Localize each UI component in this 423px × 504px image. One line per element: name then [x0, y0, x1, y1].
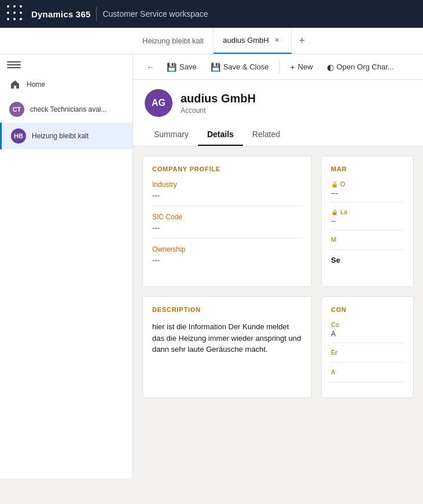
save-close-label: Save & Close: [223, 62, 269, 71]
toolbar: ← 💾 Save 💾 Save & Close + New ◐ Open Org…: [133, 54, 423, 80]
hamburger-menu[interactable]: [7, 61, 21, 68]
save-close-button[interactable]: 💾 Save & Close: [205, 60, 275, 75]
con-field1-value[interactable]: A: [331, 330, 404, 343]
tab-details[interactable]: Details: [198, 124, 243, 146]
back-button[interactable]: ←: [142, 59, 159, 75]
con-field3-value[interactable]: [331, 377, 404, 382]
industry-label: Industry: [152, 181, 302, 189]
marketing-panel: MAR 🔒 O --- 🔒 La -- M Se: [321, 156, 414, 287]
avatar-hb: HB: [11, 128, 26, 144]
tab-audius-label: audius GmbH: [223, 36, 268, 45]
new-button[interactable]: + New: [284, 60, 318, 75]
sidebar-ct-label: check Technicians avai...: [30, 105, 107, 113]
tab-audius[interactable]: audius GmbH ✕: [214, 28, 291, 54]
record-header-top: AG audius GmbH Account: [145, 89, 411, 117]
toolbar-separator: [279, 60, 279, 74]
ownership-value[interactable]: ---: [152, 256, 302, 270]
mar-field4-label: Se: [331, 256, 404, 264]
tab-related[interactable]: Related: [243, 124, 289, 146]
sic-code-value[interactable]: ---: [152, 223, 302, 238]
sic-code-label: SIC Code: [152, 213, 302, 221]
top-navigation: Dynamics 365 Customer Service workspace: [0, 0, 423, 28]
sidebar-hb-label: Heizung bleibt kalt: [32, 132, 89, 140]
con-field2-label: Er: [331, 349, 404, 356]
main-layout: Home CT check Technicians avai... HB Hei…: [0, 54, 423, 479]
open-org-chart-button[interactable]: ◐ Open Org Char...: [321, 60, 400, 75]
con-field1-label: Co: [331, 321, 404, 328]
mar-field3-value[interactable]: [331, 245, 404, 250]
description-text[interactable]: hier ist die Information Der Kunde melde…: [152, 321, 302, 355]
new-icon: +: [290, 62, 295, 72]
save-icon: 💾: [167, 62, 176, 72]
ownership-label: Ownership: [152, 245, 302, 253]
record-title: audius GmbH: [181, 92, 256, 105]
open-org-chart-label: Open Org Char...: [337, 62, 394, 71]
record-title-section: audius GmbH Account: [181, 92, 256, 115]
save-label: Save: [179, 62, 197, 71]
app-name: Customer Service workspace: [102, 9, 208, 19]
industry-value[interactable]: ---: [152, 191, 302, 206]
mar-field2-value[interactable]: --: [331, 217, 404, 230]
mar-field1-label: 🔒 O: [331, 181, 404, 187]
con-field2-value[interactable]: [331, 358, 404, 363]
lock-icon-2: 🔒: [331, 209, 338, 215]
org-chart-icon: ◐: [327, 62, 334, 72]
avatar-ct: CT: [9, 102, 24, 117]
content-area: ← 💾 Save 💾 Save & Close + New ◐ Open Org…: [133, 54, 423, 479]
panels-row-2: DESCRIPTION hier ist die Information Der…: [133, 296, 423, 407]
save-button[interactable]: 💾 Save: [161, 60, 203, 75]
contact-title: CON: [331, 306, 404, 313]
sidebar-item-hb[interactable]: HB Heizung bleibt kalt: [0, 123, 133, 149]
brand-name: Dynamics 365: [31, 9, 90, 19]
company-profile-panel: COMPANY PROFILE Industry --- SIC Code --…: [142, 156, 312, 287]
app-launcher-icon[interactable]: [7, 5, 24, 23]
home-icon: [9, 79, 21, 90]
lock-icon-1: 🔒: [331, 181, 338, 187]
sidebar-item-ct[interactable]: CT check Technicians avai...: [0, 96, 133, 123]
mar-field2-label: 🔒 La: [331, 208, 404, 215]
new-label: New: [298, 62, 313, 71]
sidebar: Home CT check Technicians avai... HB Hei…: [0, 54, 133, 479]
add-tab-button[interactable]: +: [292, 28, 312, 54]
nav-divider: [96, 7, 97, 21]
brand-section: Dynamics 365 Customer Service workspace: [31, 7, 208, 21]
con-field3-label: A: [331, 369, 404, 376]
tab-summary[interactable]: Summary: [145, 124, 198, 146]
sidebar-item-home[interactable]: Home: [0, 73, 133, 96]
marketing-title: MAR: [331, 165, 404, 172]
home-label: Home: [27, 80, 45, 89]
mar-field1-value[interactable]: ---: [331, 189, 404, 203]
mar-field3-label: M: [331, 236, 404, 243]
panels-row-1: COMPANY PROFILE Industry --- SIC Code --…: [133, 146, 423, 296]
record-header: AG audius GmbH Account Summary Details R…: [133, 80, 423, 146]
tabs-bar: Heizung bleibt kalt audius GmbH ✕ +: [0, 28, 423, 54]
save-close-icon: 💾: [211, 62, 220, 72]
tab-audius-close-icon[interactable]: ✕: [273, 36, 282, 45]
record-avatar: AG: [145, 89, 172, 117]
description-title: DESCRIPTION: [152, 306, 302, 313]
record-subtitle: Account: [181, 106, 256, 115]
company-profile-title: COMPANY PROFILE: [152, 165, 302, 172]
contact-panel: CON Co A Er A: [321, 296, 414, 398]
description-panel: DESCRIPTION hier ist die Information Der…: [142, 296, 312, 398]
tab-heizung-label: Heizung bleibt kalt: [142, 36, 204, 45]
tab-heizung[interactable]: Heizung bleibt kalt: [133, 28, 214, 54]
record-tabs: Summary Details Related: [145, 124, 411, 146]
